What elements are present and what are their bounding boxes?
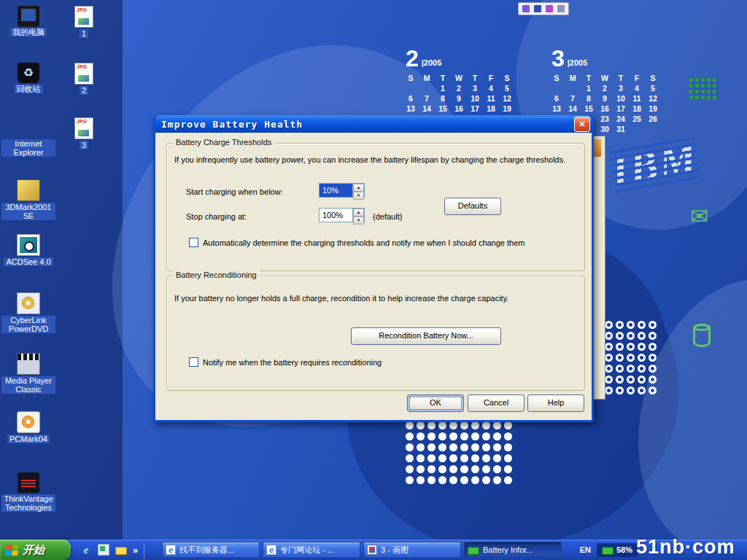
- calendar-day: 6: [549, 93, 565, 104]
- dot: [638, 376, 646, 384]
- spinner-down-icon[interactable]: ▼: [353, 217, 364, 225]
- spinner-up-icon[interactable]: ▲: [353, 209, 364, 217]
- dot: [616, 321, 624, 329]
- jpg-badge: JPG: [76, 7, 88, 13]
- panel-icon[interactable]: [557, 5, 565, 12]
- desktop-icon-recycle-bin[interactable]: 回收站: [1, 63, 55, 93]
- desktop-icon-label: Media Player Classic: [1, 376, 55, 394]
- 3dmark2001-icon: [17, 179, 40, 201]
- desktop-icon-label: PCMark04: [7, 435, 50, 443]
- show-desktop-icon[interactable]: [98, 544, 109, 556]
- spinner-up-icon[interactable]: ▲: [353, 184, 364, 192]
- calendar-day: 17: [613, 104, 629, 114]
- calendar-day: 17: [467, 104, 483, 114]
- desktop-icon-label: Internet Explorer: [1, 139, 55, 157]
- start-charging-label: Start charging when below:: [186, 187, 283, 196]
- task-label: Battery Infor...: [483, 545, 533, 554]
- dot: [627, 365, 635, 373]
- dot: [504, 454, 512, 462]
- jpg-file-icon: JPG: [74, 63, 93, 85]
- calendar-day: 31: [613, 124, 629, 134]
- desktop-icon-jpg-1[interactable]: JPG1: [58, 6, 109, 38]
- calendar-day: 8: [581, 93, 597, 104]
- start-button[interactable]: 开始: [0, 540, 71, 560]
- task-label: 找不到服务器...: [179, 545, 234, 556]
- calendar-year: |2005: [422, 58, 442, 69]
- calendar-day: [403, 83, 419, 93]
- recondition-battery-button[interactable]: Recondition Battery Now...: [351, 327, 501, 345]
- stop-charging-label: Stop charging at:: [186, 212, 247, 221]
- keyboard-icon[interactable]: [522, 5, 530, 12]
- group-title: Battery Charge Thresholds: [173, 138, 274, 147]
- notify-recondition-checkbox-row[interactable]: Notify me when the battery requires reco…: [189, 358, 568, 367]
- wallpaper-envelope-icon: ✉: [690, 206, 708, 228]
- dialog-titlebar[interactable]: Improve Battery Health ✕: [155, 115, 592, 133]
- close-button[interactable]: ✕: [574, 117, 590, 132]
- language-bar[interactable]: [518, 2, 569, 15]
- dot: [427, 421, 436, 429]
- notify-recondition-checkbox[interactable]: [189, 357, 198, 367]
- dot: [427, 443, 436, 451]
- dot: [638, 386, 646, 394]
- calendar-day: 5: [645, 83, 661, 93]
- desktop-icon-mpc[interactable]: Media Player Classic: [1, 353, 55, 394]
- jpg-file-icon: JPG: [74, 6, 93, 28]
- dot: [449, 476, 457, 484]
- grid-icon[interactable]: [546, 5, 553, 12]
- desktop-icon-my-computer[interactable]: 我的电脑: [1, 6, 55, 36]
- desktop-icon-jpg-2[interactable]: JPG2: [58, 63, 109, 95]
- desktop-icon-label: CyberLink PowerDVD: [1, 316, 55, 333]
- dot: [627, 386, 635, 394]
- calendar-day: [549, 83, 565, 93]
- dot: [438, 476, 446, 484]
- calendar-day: 15: [581, 104, 597, 114]
- auto-thresholds-checkbox[interactable]: [189, 238, 198, 247]
- language-indicator[interactable]: EN: [580, 545, 591, 554]
- dot: [493, 432, 501, 440]
- dot: [493, 421, 501, 429]
- dot: [406, 476, 414, 484]
- ok-button[interactable]: OK: [407, 394, 464, 412]
- desktop-icon-internet-explorer[interactable]: Internet Explorer: [1, 117, 55, 157]
- calendar-day: 30: [597, 124, 613, 134]
- calendar-day: 10: [467, 93, 483, 104]
- dot: [605, 386, 613, 394]
- dot: [493, 454, 501, 462]
- start-charging-value[interactable]: 10%: [320, 184, 352, 197]
- dot: [449, 465, 457, 473]
- auto-thresholds-checkbox-row[interactable]: Automatically determine the charging thr…: [189, 238, 568, 247]
- calendar-day-header: M: [565, 73, 581, 83]
- task-label: 3 - 画图: [381, 545, 409, 556]
- dot: [493, 465, 501, 473]
- taskbar-task-0[interactable]: 找不到服务器...: [162, 542, 260, 558]
- dot: [438, 443, 446, 451]
- desktop-icon-3dmark2001[interactable]: 3DMark2001 SE: [1, 179, 55, 220]
- stop-charging-spinner[interactable]: 100% ▲ ▼: [319, 208, 365, 222]
- cancel-button[interactable]: Cancel: [468, 394, 525, 412]
- calendar-day-header: S: [499, 73, 515, 83]
- pen-icon[interactable]: [534, 5, 541, 12]
- battery-tray-item[interactable]: 58%: [597, 543, 638, 557]
- calendar-day: 26: [645, 114, 661, 124]
- spinner-down-icon[interactable]: ▼: [353, 192, 364, 200]
- defaults-button[interactable]: Defaults: [444, 198, 501, 215]
- mail-icon[interactable]: [115, 547, 127, 555]
- desktop-icon-powerdvd[interactable]: CyberLink PowerDVD: [1, 292, 55, 333]
- quick-launch-more-icon[interactable]: »: [133, 545, 138, 556]
- calendar-day: 7: [565, 93, 581, 104]
- taskbar-task-1[interactable]: 专门网论坛 - ...: [263, 542, 360, 558]
- dot: [482, 454, 490, 462]
- desktop-icon-pcmark04[interactable]: PCMark04: [1, 411, 55, 443]
- stop-charging-value[interactable]: 100%: [320, 209, 352, 222]
- dot: [460, 443, 468, 451]
- help-button[interactable]: Help: [527, 394, 584, 412]
- desktop-icon-jpg-3[interactable]: JPG3: [58, 117, 109, 149]
- taskbar-task-3[interactable]: Battery Infor...: [464, 542, 562, 558]
- desktop-icon-thinkvantage[interactable]: ThinkVantage Technologies: [1, 472, 55, 512]
- calendar-day: 3: [467, 83, 483, 93]
- start-charging-spinner[interactable]: 10% ▲ ▼: [319, 183, 365, 198]
- desktop-icon-acdsee[interactable]: ACDSee 4.0: [1, 234, 55, 266]
- calendar-day: 24: [613, 114, 629, 124]
- taskbar-task-2[interactable]: 3 - 画图: [363, 542, 461, 558]
- internet-explorer-icon[interactable]: e: [80, 544, 92, 556]
